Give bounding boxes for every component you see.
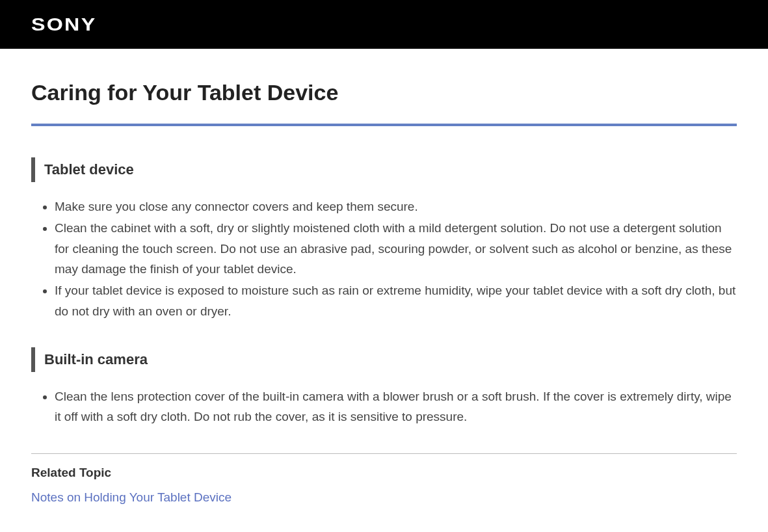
related-topic-link[interactable]: Notes on Holding Your Tablet Device (31, 490, 232, 504)
list-item: Clean the lens protection cover of the b… (55, 386, 737, 427)
list-item: Clean the cabinet with a soft, dry or sl… (55, 218, 737, 279)
bullet-list-tablet-device: Make sure you close any connector covers… (31, 196, 737, 321)
related-rule (31, 453, 737, 454)
content-area: Caring for Your Tablet Device Tablet dev… (0, 49, 768, 520)
brand-logo: SONY (31, 14, 96, 35)
list-item: Make sure you close any connector covers… (55, 196, 737, 217)
related-topic-heading: Related Topic (31, 466, 737, 480)
section-heading-tablet-device: Tablet device (31, 157, 737, 182)
list-item: If your tablet device is exposed to mois… (55, 280, 737, 321)
page-title: Caring for Your Tablet Device (31, 80, 737, 105)
title-rule (31, 124, 737, 126)
bullet-list-built-in-camera: Clean the lens protection cover of the b… (31, 386, 737, 427)
section-heading-built-in-camera: Built-in camera (31, 347, 737, 372)
header-bar: SONY (0, 0, 768, 49)
